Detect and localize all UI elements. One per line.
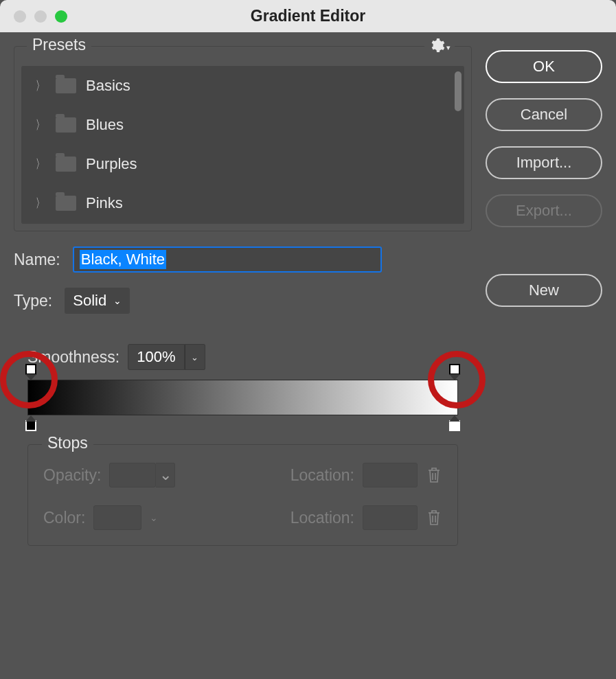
presets-menu-button[interactable]: ▾ xyxy=(424,37,455,58)
preset-folder-pinks[interactable]: 〉 Pinks xyxy=(21,183,464,222)
color-stop-left[interactable] xyxy=(25,420,36,431)
preset-folder-blues[interactable]: 〉 Blues xyxy=(21,105,464,144)
stops-legend: Stops xyxy=(42,434,93,452)
import-label: Import... xyxy=(516,154,572,172)
window-title: Gradient Editor xyxy=(0,7,616,25)
preset-label: Purples xyxy=(86,155,137,173)
new-label: New xyxy=(529,281,559,299)
delete-color-stop-button xyxy=(426,509,442,527)
color-swatch xyxy=(93,505,141,530)
chevron-down-icon: ⌄ xyxy=(191,352,198,362)
opacity-stop-left[interactable] xyxy=(25,364,36,375)
dialog-buttons: OK Cancel Import... Export... New xyxy=(486,46,602,546)
opacity-location-input xyxy=(363,463,418,487)
scrollbar-thumb[interactable] xyxy=(455,71,461,111)
folder-icon xyxy=(56,117,76,133)
presets-legend: Presets xyxy=(27,36,91,54)
chevron-right-icon: 〉 xyxy=(36,78,45,94)
import-button[interactable]: Import... xyxy=(486,146,602,179)
folder-icon xyxy=(56,196,76,211)
preset-label: Pinks xyxy=(86,194,123,212)
type-value: Solid xyxy=(73,292,106,310)
export-button: Export... xyxy=(486,194,602,227)
chevron-down-icon: ⌄ xyxy=(150,512,158,523)
new-button[interactable]: New xyxy=(486,274,602,307)
chevron-right-icon: 〉 xyxy=(36,195,45,211)
color-location-label: Location: xyxy=(290,509,354,527)
chevron-down-icon: ⌄ xyxy=(113,295,122,306)
smoothness-label: Smoothness: xyxy=(27,348,119,367)
presets-list[interactable]: 〉 Basics 〉 Blues 〉 Purples 〉 Pin xyxy=(21,66,464,224)
name-label: Name: xyxy=(14,251,60,269)
opacity-input xyxy=(109,463,156,487)
chevron-down-icon: ⌄ xyxy=(159,466,172,484)
cancel-label: Cancel xyxy=(521,106,567,124)
opacity-label: Opacity: xyxy=(43,466,101,485)
color-location-input xyxy=(363,505,418,530)
window-control-group xyxy=(14,10,67,23)
gear-icon xyxy=(429,37,445,58)
delete-opacity-stop-button xyxy=(426,466,442,484)
type-select[interactable]: Solid ⌄ xyxy=(65,288,130,314)
color-stop-right[interactable] xyxy=(449,420,460,431)
smoothness-dropdown[interactable]: ⌄ xyxy=(185,344,205,370)
chevron-down-icon: ▾ xyxy=(446,43,450,52)
opacity-stop-right[interactable] xyxy=(449,364,460,375)
titlebar: Gradient Editor xyxy=(0,0,616,32)
gradient-bar[interactable] xyxy=(27,380,458,415)
ok-button[interactable]: OK xyxy=(486,50,602,83)
name-value: Black, White xyxy=(80,250,166,269)
cancel-button[interactable]: Cancel xyxy=(486,98,602,131)
scrollbar[interactable] xyxy=(455,71,461,218)
folder-icon xyxy=(56,78,76,93)
folder-icon xyxy=(56,157,76,172)
color-label: Color: xyxy=(43,509,85,527)
stops-panel: Stops Opacity: ⌄ Location: xyxy=(27,444,458,546)
name-input[interactable]: Black, White xyxy=(73,246,382,273)
ok-label: OK xyxy=(533,58,555,76)
smoothness-input[interactable]: 100% xyxy=(128,344,184,370)
minimize-window-button[interactable] xyxy=(34,10,47,23)
chevron-right-icon: 〉 xyxy=(36,117,45,133)
preset-folder-basics[interactable]: 〉 Basics xyxy=(21,66,464,105)
opacity-location-label: Location: xyxy=(290,466,354,485)
type-label: Type: xyxy=(14,292,52,310)
export-label: Export... xyxy=(516,202,572,220)
opacity-dropdown: ⌄ xyxy=(156,463,175,487)
preset-label: Basics xyxy=(86,77,130,95)
close-window-button[interactable] xyxy=(14,10,26,23)
smoothness-value: 100% xyxy=(137,348,175,366)
presets-panel: Presets ▾ 〉 Basics 〉 Blues xyxy=(14,46,472,231)
chevron-right-icon: 〉 xyxy=(36,156,45,172)
preset-label: Blues xyxy=(86,116,124,134)
gradient-editor-area xyxy=(27,380,458,415)
zoom-window-button[interactable] xyxy=(55,10,67,23)
preset-folder-purples[interactable]: 〉 Purples xyxy=(21,144,464,183)
